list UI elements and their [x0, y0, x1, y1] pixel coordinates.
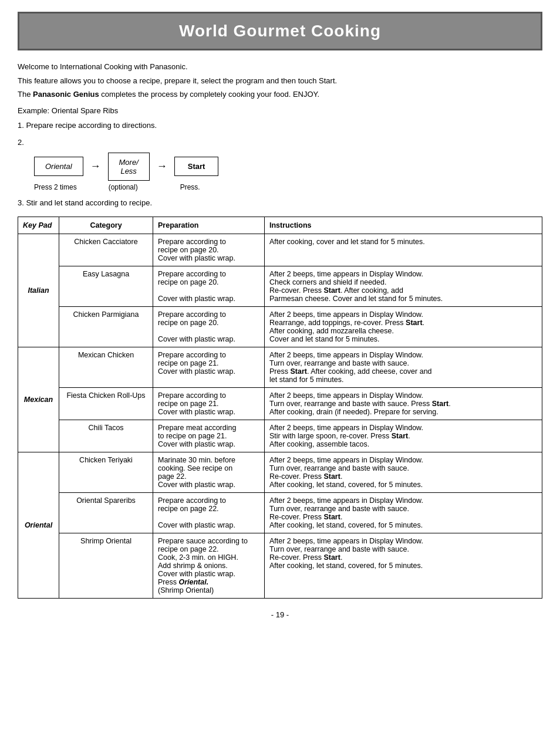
intro-line3: The Panasonic Genius completes the proce…	[18, 89, 542, 100]
step3: 3. Stir and let stand according to recip…	[18, 198, 542, 207]
step2-number: 2.	[18, 138, 24, 147]
table-header-row: Key Pad Category Preparation Instruction…	[18, 217, 542, 234]
instructions-cell: After 2 beeps, time appears in Display W…	[265, 492, 542, 533]
preparation-cell: Prepare according torecipe on page 20.Co…	[153, 306, 265, 347]
arrow2: →	[157, 160, 167, 173]
label-press: Press.	[170, 183, 211, 191]
preparation-cell: Marinate 30 min. beforecooking. See reci…	[153, 452, 265, 492]
category-cell: Fiesta Chicken Roll-Ups	[59, 387, 153, 420]
arrow1: →	[90, 160, 101, 173]
keypad-cell: Oriental	[18, 452, 59, 598]
instructions-cell: After 2 beeps, time appears in Display W…	[265, 347, 542, 387]
table-row: Shrimp OrientalPrepare sauce according t…	[18, 533, 542, 598]
label-optional: (optional)	[103, 183, 144, 191]
brand-name: Panasonic Genius	[33, 90, 99, 99]
table-row: ItalianChicken CacciatorePrepare accordi…	[18, 234, 542, 266]
category-cell: Chicken Parmigiana	[59, 306, 153, 347]
instructions-cell: After 2 beeps, time appears in Display W…	[265, 266, 542, 306]
step1-label: 1. Prepare recipe according to direction…	[18, 121, 157, 130]
table-row: Chili TacosPrepare meat accordingto reci…	[18, 420, 542, 452]
header-instructions: Instructions	[265, 217, 542, 234]
start-button[interactable]: Start	[174, 157, 219, 176]
table-row: Chicken ParmigianaPrepare according tore…	[18, 306, 542, 347]
category-cell: Oriental Spareribs	[59, 492, 153, 533]
table-row: Fiesta Chicken Roll-UpsPrepare according…	[18, 387, 542, 420]
step1: 1. Prepare recipe according to direction…	[18, 121, 542, 130]
page-title-banner: World Gourmet Cooking	[18, 12, 542, 50]
keypad-cell: Mexican	[18, 347, 59, 452]
category-cell: Chicken Teriyaki	[59, 452, 153, 492]
category-cell: Chicken Cacciatore	[59, 234, 153, 266]
preparation-cell: Prepare according torecipe on page 21.Co…	[153, 387, 265, 420]
table-row: OrientalChicken TeriyakiMarinate 30 min.…	[18, 452, 542, 492]
preparation-cell: Prepare according torecipe on page 22.Co…	[153, 492, 265, 533]
instructions-cell: After 2 beeps, time appears in Display W…	[265, 387, 542, 420]
header-preparation: Preparation	[153, 217, 265, 234]
header-keypad: Key Pad	[18, 217, 59, 234]
preparation-cell: Prepare meat accordingto recipe on page …	[153, 420, 265, 452]
table-row: MexicanMexican ChickenPrepare according …	[18, 347, 542, 387]
page-title: World Gourmet Cooking	[179, 22, 381, 40]
category-cell: Mexican Chicken	[59, 347, 153, 387]
instructions-cell: After 2 beeps, time appears in Display W…	[265, 420, 542, 452]
header-category: Category	[59, 217, 153, 234]
oriental-button[interactable]: Oriental	[34, 157, 83, 176]
preparation-cell: Prepare according torecipe on page 21.Co…	[153, 347, 265, 387]
category-cell: Chili Tacos	[59, 420, 153, 452]
button-flow: Oriental → More/ Less → Start	[34, 153, 542, 181]
more-less-button[interactable]: More/ Less	[108, 153, 150, 181]
cooking-table: Key Pad Category Preparation Instruction…	[18, 217, 542, 599]
button-labels-row: Press 2 times (optional) Press.	[34, 183, 542, 191]
instructions-cell: After 2 beeps, time appears in Display W…	[265, 452, 542, 492]
example-text: Example: Oriental Spare Ribs	[18, 106, 542, 115]
instructions-cell: After 2 beeps, time appears in Display W…	[265, 306, 542, 347]
preparation-cell: Prepare sauce according torecipe on page…	[153, 533, 265, 598]
intro-line1: Welcome to International Cooking with Pa…	[18, 61, 542, 73]
table-row: Easy LasagnaPrepare according torecipe o…	[18, 266, 542, 306]
category-cell: Easy Lasagna	[59, 266, 153, 306]
intro-section: Welcome to International Cooking with Pa…	[18, 61, 542, 100]
category-cell: Shrimp Oriental	[59, 533, 153, 598]
preparation-cell: Prepare according torecipe on page 20.Co…	[153, 234, 265, 266]
table-row: Oriental SpareribsPrepare according tore…	[18, 492, 542, 533]
preparation-cell: Prepare according torecipe on page 20.Co…	[153, 266, 265, 306]
instructions-cell: After 2 beeps, time appears in Display W…	[265, 533, 542, 598]
instructions-cell: After cooking, cover and let stand for 5…	[265, 234, 542, 266]
label-press2times: Press 2 times	[34, 183, 77, 191]
keypad-cell: Italian	[18, 234, 59, 347]
intro-line2: This feature allows you to choose a reci…	[18, 75, 542, 87]
page-number: - 19 -	[18, 610, 542, 619]
